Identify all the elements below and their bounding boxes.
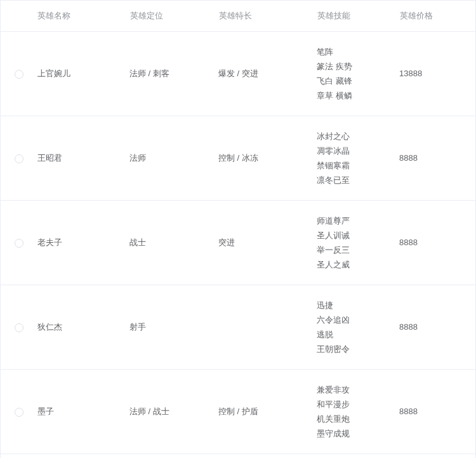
header-skills: 英雄技能 bbox=[317, 1, 399, 31]
cell-position: 法师 / 战士 bbox=[129, 369, 218, 454]
skill-item: 凛冬已至 bbox=[317, 173, 399, 187]
cell-position: 法师 bbox=[129, 116, 218, 200]
skill-item: 章草 横鳞 bbox=[317, 88, 399, 103]
skill-item: 冰封之心 bbox=[317, 129, 399, 144]
cell-name: 墨子 bbox=[37, 369, 129, 454]
hero-table: 英雄名称 英雄定位 英雄特长 英雄技能 英雄价格 上官婉儿法师 / 刺客爆发 /… bbox=[1, 1, 475, 454]
row-radio[interactable] bbox=[15, 70, 23, 79]
row-radio[interactable] bbox=[15, 154, 23, 163]
skill-item: 墨守成规 bbox=[317, 426, 399, 441]
skill-item: 王朝密令 bbox=[317, 342, 399, 356]
table-row: 老夫子战士突进师道尊严圣人训诫举一反三圣人之威8888 bbox=[1, 200, 475, 285]
cell-skills: 冰封之心凋零冰晶禁锢寒霜凛冬已至 bbox=[317, 116, 399, 200]
table-row: 上官婉儿法师 / 刺客爆发 / 突进笔阵篆法 疾势飞白 藏锋章草 横鳞13888 bbox=[1, 31, 475, 116]
cell-speciality: 控制 / 冰冻 bbox=[218, 116, 317, 200]
skill-item: 逃脱 bbox=[317, 327, 399, 342]
cell-price: 8888 bbox=[399, 116, 475, 200]
row-radio[interactable] bbox=[15, 239, 23, 248]
header-select-col bbox=[1, 1, 37, 31]
cell-speciality: 控制 / 护盾 bbox=[218, 369, 317, 454]
table-row: 墨子法师 / 战士控制 / 护盾兼爱非攻和平漫步机关重炮墨守成规8888 bbox=[1, 369, 475, 454]
skill-item: 机关重炮 bbox=[317, 412, 399, 426]
header-position: 英雄定位 bbox=[129, 1, 218, 31]
table-row: 狄仁杰射手迅捷六令追凶逃脱王朝密令8888 bbox=[1, 285, 475, 369]
cell-speciality: 突进 bbox=[218, 200, 317, 285]
skill-item: 迅捷 bbox=[317, 298, 399, 313]
skill-item: 飞白 藏锋 bbox=[317, 74, 399, 88]
skill-item: 笔阵 bbox=[317, 44, 399, 59]
data-table-card: 英雄名称 英雄定位 英雄特长 英雄技能 英雄价格 上官婉儿法师 / 刺客爆发 /… bbox=[0, 0, 476, 458]
table-row: 王昭君法师控制 / 冰冻冰封之心凋零冰晶禁锢寒霜凛冬已至8888 bbox=[1, 116, 475, 200]
cell-price: 13888 bbox=[399, 31, 475, 116]
skill-item: 圣人之威 bbox=[317, 257, 399, 272]
cell-position: 射手 bbox=[129, 285, 218, 369]
cell-name: 老夫子 bbox=[37, 200, 129, 285]
skill-item: 兼爱非攻 bbox=[317, 382, 399, 397]
cell-price: 8888 bbox=[399, 200, 475, 285]
skill-item: 篆法 疾势 bbox=[317, 59, 399, 74]
skill-item: 禁锢寒霜 bbox=[317, 158, 399, 173]
header-name: 英雄名称 bbox=[37, 1, 129, 31]
header-price: 英雄价格 bbox=[399, 1, 475, 31]
skill-item: 师道尊严 bbox=[317, 213, 399, 228]
cell-position: 战士 bbox=[129, 200, 218, 285]
row-radio[interactable] bbox=[15, 323, 23, 332]
cell-position: 法师 / 刺客 bbox=[129, 31, 218, 116]
skill-item: 和平漫步 bbox=[317, 397, 399, 412]
skill-item: 六令追凶 bbox=[317, 313, 399, 327]
cell-skills: 迅捷六令追凶逃脱王朝密令 bbox=[317, 285, 399, 369]
header-row: 英雄名称 英雄定位 英雄特长 英雄技能 英雄价格 bbox=[1, 1, 475, 31]
row-radio[interactable] bbox=[15, 408, 23, 417]
skill-item: 凋零冰晶 bbox=[317, 144, 399, 158]
pagination: ‹ 123456···9 › 前往 页 5条/页 ▼ 共 42 条 bbox=[1, 454, 475, 459]
cell-speciality bbox=[218, 285, 317, 369]
cell-skills: 师道尊严圣人训诫举一反三圣人之威 bbox=[317, 200, 399, 285]
cell-name: 王昭君 bbox=[37, 116, 129, 200]
cell-price: 8888 bbox=[399, 369, 475, 454]
cell-name: 狄仁杰 bbox=[37, 285, 129, 369]
cell-name: 上官婉儿 bbox=[37, 31, 129, 116]
cell-speciality: 爆发 / 突进 bbox=[218, 31, 317, 116]
cell-skills: 笔阵篆法 疾势飞白 藏锋章草 横鳞 bbox=[317, 31, 399, 116]
skill-item: 举一反三 bbox=[317, 243, 399, 257]
skill-item: 圣人训诫 bbox=[317, 228, 399, 243]
header-speciality: 英雄特长 bbox=[218, 1, 317, 31]
cell-skills: 兼爱非攻和平漫步机关重炮墨守成规 bbox=[317, 369, 399, 454]
cell-price: 8888 bbox=[399, 285, 475, 369]
